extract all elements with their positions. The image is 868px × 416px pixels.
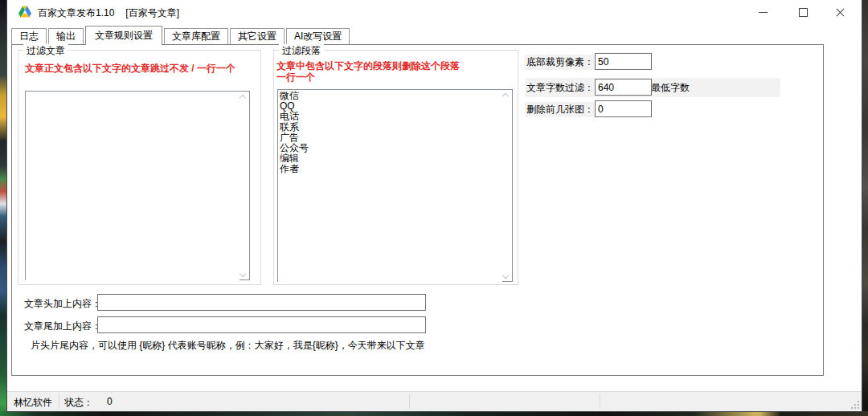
maximize-icon	[799, 8, 808, 17]
tab-strip: 日志 输出 文章规则设置 文章库配置 其它设置 AI改写设置	[11, 25, 351, 44]
statusbar-separator	[409, 394, 410, 409]
close-icon	[836, 8, 845, 17]
minimize-icon	[759, 12, 768, 13]
desktop-edge-right	[862, 0, 868, 416]
chevron-down-icon[interactable]	[503, 273, 509, 279]
app-subtitle: [百家号文章]	[125, 7, 179, 18]
tab-ai-rewrite[interactable]: AI改写设置	[286, 28, 350, 44]
filter-article-hint: 文章正文包含以下文字的文章跳过不发 / 一行一个	[25, 62, 235, 75]
minimize-button[interactable]	[744, 0, 781, 24]
brand-label: 林忆软件	[14, 396, 52, 410]
chevron-up-icon[interactable]	[240, 94, 246, 100]
filter-article-legend: 过滤文章	[23, 44, 68, 58]
statusbar-separator	[59, 394, 59, 409]
delete-images-input[interactable]	[595, 100, 652, 117]
status-value: 0	[107, 396, 113, 407]
filter-paragraph-textarea-frame: 微信 QQ 电话 联系 广告 公众号 编辑 作者	[277, 89, 513, 282]
tab-article-library[interactable]: 文章库配置	[164, 28, 228, 44]
desktop-edge-bottom	[0, 411, 868, 416]
chevron-down-icon[interactable]	[240, 271, 246, 277]
head-content-input[interactable]	[97, 294, 426, 311]
status-label: 状态：	[64, 396, 93, 410]
tab-other-settings[interactable]: 其它设置	[230, 28, 285, 44]
tab-output[interactable]: 输出	[48, 28, 84, 44]
filter-paragraph-textarea[interactable]: 微信 QQ 电话 联系 广告 公众号 编辑 作者	[278, 90, 502, 283]
app-window: 百家文章发布1.10[百家号文章] 日志 输出 文章规则设置 文章库配置 其它设…	[7, 0, 862, 411]
close-button[interactable]	[821, 0, 858, 24]
drive-triangle-icon	[18, 6, 31, 18]
filter-paragraph-groupbox: 过滤段落 文章中包含以下文字的段落则删除这个段落 一行一个 微信 QQ 电话 联…	[273, 50, 518, 285]
resize-grip-icon[interactable]	[850, 400, 860, 410]
append-usage-hint: 片头片尾内容，可以使用 {昵称} 代表账号昵称，例：大家好，我是{昵称}，今天带…	[31, 339, 425, 353]
window-title: 百家文章发布1.10[百家号文章]	[38, 6, 179, 20]
word-filter-input[interactable]	[595, 79, 652, 96]
filter-article-groupbox: 过滤文章 文章正文包含以下文字的文章跳过不发 / 一行一个	[18, 50, 261, 285]
filter-article-textarea[interactable]	[26, 92, 240, 281]
statusbar-separator	[600, 394, 600, 409]
desktop-edge-left	[0, 0, 7, 416]
title-bar: 百家文章发布1.10[百家号文章]	[7, 0, 862, 24]
bottom-crop-input[interactable]	[595, 53, 652, 70]
tail-content-label: 文章尾加上内容：	[24, 320, 101, 333]
word-filter-suffix: 最低字数	[651, 81, 690, 95]
tail-content-input[interactable]	[97, 316, 426, 333]
app-title: 百家文章发布1.10	[38, 7, 114, 18]
chevron-up-icon[interactable]	[503, 92, 509, 98]
filter-paragraph-hint-line2: 一行一个	[276, 71, 315, 84]
tab-article-rules[interactable]: 文章规则设置	[85, 26, 162, 45]
filter-article-textarea-frame	[25, 91, 250, 280]
maximize-button[interactable]	[784, 0, 821, 24]
filter-paragraph-legend: 过滤段落	[279, 44, 324, 58]
head-content-label: 文章头加上内容：	[24, 297, 101, 311]
bottom-crop-label: 底部裁剪像素：	[525, 55, 596, 70]
delete-images-label: 删除前几张图：	[525, 102, 596, 117]
word-filter-label: 文章字数过滤：	[525, 80, 596, 96]
tab-log[interactable]: 日志	[11, 28, 47, 44]
status-bar: 林忆软件 状态： 0	[7, 391, 862, 411]
